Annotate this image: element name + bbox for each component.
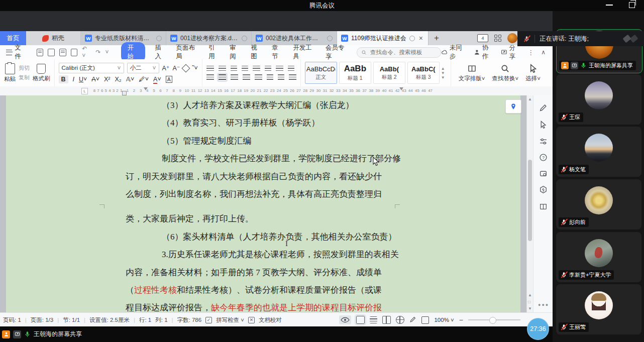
vertical-scrollbar[interactable]: ▲ ▲ □ ▼	[526, 95, 533, 312]
doc-line[interactable]: 订，明天发到群里，请八大块老师根据自己负责的内容，看还缺少什	[126, 168, 394, 185]
right-indent-marker[interactable]	[399, 87, 403, 90]
file-menu[interactable]: 文件	[0, 44, 32, 61]
proofread-label[interactable]: 文档校对	[259, 316, 282, 324]
more-tools-icon[interactable]: ●●●	[538, 302, 549, 307]
page-view-icon[interactable]	[356, 316, 365, 324]
doc-line[interactable]: （3）人才培养方案及课程教学大纲汇编（张启龙）	[126, 96, 394, 114]
participant-tile[interactable]: 王琛	[556, 74, 641, 125]
command-search-input[interactable]	[369, 49, 432, 56]
line-spacing-icon[interactable]	[267, 74, 273, 80]
spellcheck-icon[interactable]: ✓	[205, 317, 212, 323]
align-center-icon[interactable]	[219, 74, 226, 80]
menu-item-会员专享[interactable]: 会员专享	[326, 44, 349, 61]
new-tab-button[interactable]: +	[428, 31, 445, 45]
ink-icon[interactable]	[409, 316, 416, 324]
help-icon[interactable]	[539, 153, 548, 162]
doc-line[interactable]: 制度文件，学校文件已经发到群里，学院制度已经进行了部分修	[126, 150, 394, 167]
font-name-select[interactable]: Calibri (正文)˅	[59, 63, 124, 73]
read-layout-icon[interactable]	[382, 316, 391, 324]
style-标题 3[interactable]: AaBbC(标题 3	[407, 62, 440, 84]
reader-mode-icon[interactable]	[539, 202, 548, 211]
fullscreen-icon[interactable]	[421, 316, 429, 324]
subscript-button[interactable]: X₂	[115, 76, 122, 83]
restore-icon[interactable]	[629, 2, 635, 8]
select-button[interactable]: 选择˅	[522, 64, 544, 82]
menu-item-审阅[interactable]: 审阅	[230, 44, 241, 61]
document-text[interactable]: （3）人才培养方案及课程教学大纲汇编（张启龙）（4）教育实习、研习手册样板（杨学…	[126, 96, 394, 317]
doc-line[interactable]: 3.历史系任课老师尤其是核心课程老师，按照发到群里的表相关	[126, 246, 394, 263]
bold-button[interactable]: B	[59, 76, 68, 83]
superscript-button[interactable]: X²	[104, 76, 111, 83]
strikethrough-button[interactable]: A˅	[91, 76, 99, 83]
pages-indicator-icon[interactable]: 4	[477, 34, 488, 42]
horizontal-ruler[interactable]: L 87654321123456789101112131415161718192…	[0, 86, 553, 96]
text-effects-button[interactable]: 𝔸˅	[126, 75, 135, 83]
menu-item-视图[interactable]: 视图	[251, 44, 262, 61]
doc-line[interactable]: （6）案头材料清单（人才培养办负责，其他相关办公室负责）	[126, 228, 394, 246]
bullet-list-icon[interactable]	[206, 66, 214, 72]
find-replace-button[interactable]: 查找替换˅	[488, 64, 522, 82]
borders-icon[interactable]	[289, 74, 296, 80]
close-tab-icon[interactable]: ×	[419, 34, 423, 42]
sync-status-button[interactable]: 未同步	[441, 44, 467, 61]
format-painter-button[interactable]: 格式刷	[33, 64, 50, 82]
doc-line[interactable]: （5）管理规定制度汇编	[126, 132, 394, 150]
scroll-up-icon[interactable]: ▲	[528, 97, 532, 101]
style-标题 1[interactable]: AaBb标题 1	[339, 62, 371, 84]
doc-line[interactable]: 么制度，列出制度名称，我们再想法补充，具体有高正亮负责整理归	[126, 185, 394, 203]
tab-home[interactable]: 首页	[0, 31, 26, 45]
format-tools-icon[interactable]	[539, 169, 548, 178]
participant-tile[interactable]: 杨文笔	[556, 127, 641, 177]
font-size-select[interactable]: 小二˅	[127, 63, 159, 73]
undo-icon[interactable]: ↶ ˅	[82, 45, 91, 59]
export-icon[interactable]	[48, 49, 55, 56]
more-options-icon[interactable]: ⋮	[527, 49, 534, 56]
account-avatar[interactable]	[507, 33, 517, 43]
scroll-square-icon[interactable]: □	[528, 300, 530, 304]
doc-line[interactable]: 类，大家最后神定，再打印上传。	[126, 210, 394, 227]
collapse-ribbon-icon[interactable]: ∧	[541, 49, 546, 56]
zoom-out-icon[interactable]: −	[459, 316, 463, 324]
quick-actions-icon[interactable]	[539, 185, 548, 194]
menu-item-开发工具[interactable]: 开发工具	[293, 44, 316, 61]
italic-button[interactable]: I	[73, 76, 74, 83]
adjust-settings-icon[interactable]	[539, 137, 548, 146]
redo-icon[interactable]: ↷	[95, 49, 100, 56]
location-pin-button[interactable]	[505, 99, 521, 113]
align-left-icon[interactable]	[206, 74, 214, 80]
next-page-icon[interactable]: ▼	[528, 306, 532, 311]
prev-page-icon[interactable]: ▲	[528, 293, 532, 297]
style-gallery-scroll[interactable]: ▲▼▼	[440, 67, 447, 79]
decrease-font-icon[interactable]: A⁻	[172, 64, 180, 72]
participant-tile[interactable]: 王丽莺	[556, 284, 641, 334]
font-color-button[interactable]: A˅	[153, 76, 161, 83]
share-button[interactable]: 分享	[501, 44, 521, 61]
text-layout-button[interactable]: 文字排版˅	[455, 64, 489, 82]
increase-font-icon[interactable]: A⁺	[162, 64, 170, 72]
tab-selector-icon[interactable]: L	[81, 88, 88, 94]
zoom-slider[interactable]	[468, 319, 520, 320]
participant-tile[interactable]: 李新贵+宁夏大学	[556, 232, 641, 282]
copy-button[interactable]: 复制	[19, 74, 30, 81]
participant-tile[interactable]: 彭向前	[556, 179, 641, 230]
phonetic-guide-icon[interactable]: ῀˅	[192, 65, 197, 72]
doc-line[interactable]: 内容，准备相关材料；如手册的第 7 页教学大纲、评分标准、成绩单	[126, 264, 394, 281]
sort-icon[interactable]	[265, 66, 271, 72]
menu-item-引用[interactable]: 引用	[208, 44, 220, 61]
meeting-timer[interactable]: 27:36	[527, 318, 549, 340]
select-cursor-icon[interactable]	[539, 121, 548, 129]
justify-icon[interactable]	[243, 74, 250, 80]
paste-button[interactable]: 粘贴	[4, 63, 16, 83]
proofread-icon[interactable]: ✕	[248, 317, 255, 323]
shading-icon[interactable]	[278, 74, 284, 80]
align-right-icon[interactable]	[231, 74, 238, 80]
underline-button[interactable]: U˅	[79, 76, 87, 83]
text-direction-icon[interactable]	[276, 66, 283, 72]
zoom-slider-knob[interactable]	[489, 317, 496, 324]
save-icon[interactable]	[37, 49, 44, 56]
toolbar-collapse-icon[interactable]: ˅	[105, 49, 109, 56]
minimize-icon[interactable]	[606, 5, 613, 6]
scrollbar-thumb[interactable]	[528, 160, 532, 241]
eye-protection-icon[interactable]	[339, 315, 351, 324]
decrease-indent-icon[interactable]	[231, 66, 237, 72]
